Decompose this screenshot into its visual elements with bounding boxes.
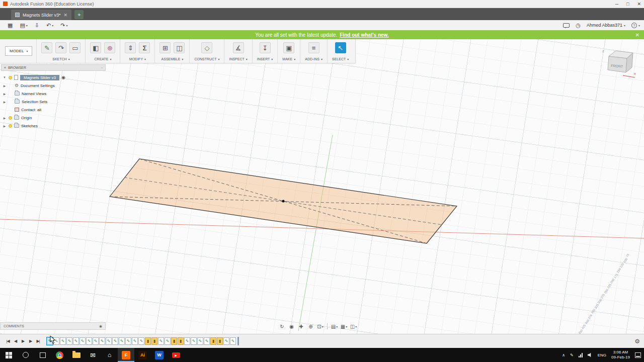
look-at-icon[interactable]: ◉ [287, 323, 296, 330]
expand-caret-icon[interactable]: ▶ [3, 124, 7, 128]
new-component-icon[interactable]: ⊞ [159, 42, 171, 53]
browser-item[interactable]: ▶ Selection Sets [1, 98, 106, 106]
go-to-start-button[interactable]: |◀ [4, 337, 12, 345]
ribbon-group-construct-menu[interactable]: CONSTRUCT ▾ [194, 57, 219, 61]
start-button[interactable] [0, 348, 17, 362]
activate-radio-icon[interactable]: ◉ [61, 75, 65, 80]
ribbon-group-insert-menu[interactable]: INSERT ▾ [257, 57, 273, 61]
new-tab-button[interactable]: + [74, 10, 84, 19]
timeline-item-sketch[interactable]: ✎ [60, 337, 66, 345]
ribbon-group-assemble-menu[interactable]: ASSEMBLE ▾ [159, 57, 185, 61]
timeline-item-feature[interactable]: ▮ [178, 337, 184, 345]
display-settings-icon[interactable]: ▤▾ [330, 323, 339, 330]
redo-button[interactable]: ↷▾ [57, 22, 71, 29]
timeline-item-sketch[interactable]: ✎ [93, 337, 99, 345]
browser-item[interactable]: ▶ Named Views [1, 89, 106, 98]
browser-options-icon[interactable]: ◦ [102, 66, 103, 69]
timeline-settings-gear-icon[interactable]: ⚙ [634, 338, 640, 345]
timeline-item-sketch[interactable]: ✎ [223, 337, 229, 345]
ribbon-group-add-ins-menu[interactable]: ADD-INS ▾ [305, 57, 323, 61]
volume-icon[interactable] [588, 352, 593, 357]
viewports-icon[interactable]: ◫▾ [349, 323, 358, 330]
language-indicator[interactable]: ENG [598, 353, 606, 357]
ribbon-group-sketch-menu[interactable]: SKETCH ▾ [41, 57, 80, 61]
close-button[interactable]: ✕ [637, 2, 641, 7]
cortana-search-button[interactable] [17, 348, 34, 362]
timeline-item-feature[interactable]: ▮ [210, 337, 216, 345]
expand-caret-icon[interactable]: ▶ [3, 84, 7, 87]
timeline-item-sketch[interactable]: ✎ [119, 337, 125, 345]
fit-icon[interactable]: ⊡▾ [316, 323, 325, 330]
addins-icon[interactable]: ≡ [308, 42, 319, 53]
go-to-end-button[interactable]: ▶| [34, 337, 42, 345]
timeline-item-sketch[interactable]: ✎ [138, 337, 144, 345]
user-account-button[interactable]: Ahmed Abbas371▾ [587, 23, 625, 28]
apps-grid-icon[interactable]: ▦ [4, 22, 16, 29]
tab-close-icon[interactable]: ✕ [64, 13, 68, 18]
timeline-playhead[interactable] [237, 337, 239, 345]
new-body-icon[interactable]: ◧ [90, 42, 101, 53]
timeline-item-sketch[interactable]: ✎ [106, 337, 112, 345]
timeline-item-sketch[interactable]: ✎ [230, 337, 236, 345]
maximize-button[interactable]: □ [626, 2, 629, 7]
whats-new-link[interactable]: Find out what's new. [340, 32, 389, 38]
taskbar-app-mail[interactable]: ✉ [85, 348, 101, 362]
timeline-item-sketch[interactable]: ✎ [197, 337, 203, 345]
expand-caret-icon[interactable]: ▶ [3, 92, 7, 96]
document-tab[interactable]: Magnets Slider v3* ✕ [11, 10, 71, 20]
browser-item[interactable]: ▶ ⚙ Document Settings [1, 81, 106, 89]
taskbar-app-chrome[interactable] [51, 348, 68, 362]
timeline-item-sketch[interactable]: ✎ [73, 337, 79, 345]
action-center-icon[interactable] [635, 352, 641, 358]
feedback-icon[interactable] [563, 23, 570, 28]
taskbar-app-store[interactable]: ⌂ [101, 348, 118, 362]
taskbar-app-youtube[interactable]: ▶ [168, 348, 184, 362]
pan-icon[interactable]: ✚ [297, 323, 305, 330]
workspace-switcher[interactable]: MODEL▾ [5, 46, 32, 56]
timeline-item-sketch[interactable]: ✎ [184, 337, 190, 345]
timeline-item-feature[interactable]: ▮ [171, 337, 177, 345]
form-sphere-icon[interactable]: ⊕ [104, 42, 115, 53]
tray-expand-icon[interactable]: ∧ [562, 353, 565, 357]
select-cursor-icon[interactable]: ↖ [335, 42, 346, 53]
visibility-bulb-icon[interactable] [9, 124, 12, 128]
expand-caret-icon[interactable]: ▼ [3, 76, 7, 79]
visibility-bulb-icon[interactable] [9, 76, 12, 79]
ribbon-group-select-menu[interactable]: SELECT ▾ [332, 57, 349, 61]
collapse-panel-icon[interactable]: « [4, 66, 6, 69]
timeline-item-sketch[interactable]: ✎ [204, 337, 210, 345]
taskbar-app-word[interactable]: W [151, 348, 168, 362]
view-cube[interactable]: FRONT Z X [601, 46, 638, 80]
grid-settings-icon[interactable]: ▦▾ [340, 323, 348, 330]
taskbar-app-illustrator[interactable]: Ai [134, 348, 151, 362]
joint-icon[interactable]: ◫ [174, 42, 185, 53]
sketch-center-point[interactable] [282, 200, 284, 202]
timeline-item-sketch[interactable]: ✎ [112, 337, 118, 345]
ribbon-group-modify-menu[interactable]: MODIFY ▾ [125, 57, 150, 61]
timeline-item-sketch[interactable]: ✎ [99, 337, 105, 345]
ribbon-group-create-menu[interactable]: CREATE ▾ [90, 57, 115, 61]
step-back-button[interactable]: ◀ [12, 337, 19, 345]
timeline-item-sketch[interactable]: ✎ [125, 337, 131, 345]
network-icon[interactable] [579, 353, 583, 357]
expand-caret-icon[interactable]: ▶ [3, 100, 7, 104]
expand-caret-icon[interactable]: ▶ [3, 116, 7, 120]
ribbon-group-inspect-menu[interactable]: INSPECT ▾ [229, 57, 247, 61]
timeline-item-sketch[interactable]: ✎ [132, 337, 138, 345]
task-view-button[interactable] [34, 348, 51, 362]
banner-close-icon[interactable]: ✕ [635, 32, 639, 38]
comments-options-icon[interactable]: ◉ [99, 324, 102, 328]
press-pull-icon[interactable]: ⇕ [125, 42, 136, 53]
ribbon-group-make-menu[interactable]: MAKE ▾ [282, 57, 295, 61]
undo-button[interactable]: ↶▾ [43, 22, 57, 29]
browser-item[interactable]: ▶ Sketches [1, 122, 106, 130]
create-sketch-icon[interactable]: ✎ [41, 42, 52, 53]
save-button[interactable]: ⇩ [31, 22, 43, 29]
change-parameters-icon[interactable]: Σ [139, 42, 150, 53]
timeline-item-feature[interactable]: ▮ [151, 337, 157, 345]
step-forward-button[interactable]: ▶ [27, 337, 34, 345]
minimize-button[interactable]: ─ [615, 2, 618, 7]
browser-item[interactable]: ▶ Origin [1, 114, 106, 122]
help-button[interactable]: ?▾ [631, 23, 640, 28]
taskbar-app-fusion-360[interactable]: F [118, 348, 134, 362]
